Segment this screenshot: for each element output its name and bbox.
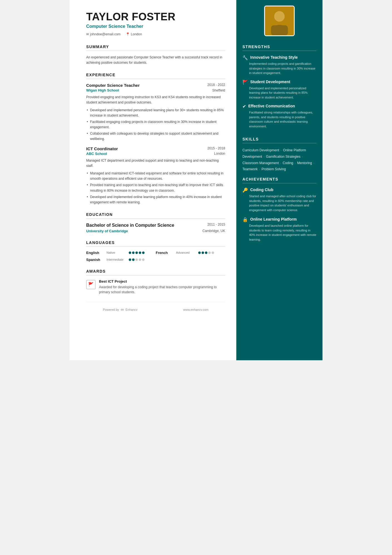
skill-8: Problem Solving	[262, 167, 286, 171]
summary-text: An experienced and passionate Computer S…	[86, 55, 225, 65]
location-contact: 📍 London	[126, 32, 142, 36]
skill-6: Mentoring	[297, 161, 312, 165]
enhancv-logo-icon: ∞	[121, 307, 124, 312]
achievement-2-title: Online Learning Platform	[250, 217, 297, 222]
job-2-bullets: Managed and maintained ICT-related equip…	[86, 171, 225, 205]
dot	[142, 251, 145, 254]
achievement-1-desc: Started and managed after-school coding …	[242, 194, 316, 212]
skill-dot: ·	[258, 167, 261, 171]
dot	[132, 258, 135, 261]
footer-website: www.enhancv.com	[183, 308, 209, 311]
dot	[135, 258, 138, 261]
job-1-bullet-2: Facilitated engaging coding projects in …	[86, 119, 225, 130]
job-2-bullet-2: Provided training and support to teachin…	[86, 182, 225, 193]
strengths-divider	[242, 51, 316, 51]
job-1-sub: Wigan High School Sheffield	[86, 88, 225, 92]
strength-3-icon: ✔	[242, 104, 246, 109]
job-2-company: ABC School	[86, 152, 107, 156]
resume-container: TAYLOR FOSTER Computer Science Teacher ✉…	[70, 0, 322, 360]
email-icon: ✉	[86, 32, 89, 36]
job-2-desc: Managed ICT department and provided supp…	[86, 158, 225, 169]
education-divider	[86, 218, 225, 219]
lang-spanish-dots	[129, 258, 145, 261]
enhancv-brand: Enhancv	[126, 308, 138, 311]
powered-by-label: Powered by	[103, 308, 119, 311]
header-section: TAYLOR FOSTER Computer Science Teacher ✉…	[86, 11, 225, 36]
lang-french-dots	[198, 251, 214, 254]
edu-1: Bachelor of Science in Computer Science …	[86, 223, 225, 233]
strength-2-desc: Developed and implemented personalized l…	[242, 86, 316, 100]
strength-1: 🔧 Innovative Teaching Style Implemented …	[242, 55, 316, 75]
skill-dot: ·	[279, 161, 282, 165]
lang-french-level: Advanced	[176, 251, 196, 254]
svg-rect-3	[271, 25, 288, 35]
skill-dot: ·	[294, 161, 297, 165]
job-1-title: Computer Science Teacher	[86, 83, 140, 88]
skill-dot: ·	[263, 155, 266, 159]
award-1-title: Best ICT Project	[99, 279, 225, 283]
edu-1-dates: 2011 - 2015	[207, 223, 225, 226]
dot	[135, 251, 138, 254]
achievements-title: ACHIEVEMENTS	[242, 177, 316, 181]
photo-placeholder	[265, 6, 294, 35]
dot	[198, 251, 201, 254]
job-1-company: Wigan High School	[86, 88, 119, 92]
person-silhouette	[265, 6, 294, 36]
job-2-sub: ABC School London	[86, 152, 225, 156]
achievements-section: ACHIEVEMENTS 🔑 Coding Club Started and m…	[236, 177, 322, 251]
skill-5: Coding	[283, 161, 293, 165]
photo-area	[236, 0, 322, 42]
job-2-location: London	[214, 152, 225, 156]
lang-english-dots	[129, 251, 145, 254]
edu-1-sub: University of Cambridge Cambridge, UK	[86, 229, 225, 233]
strengths-section: STRENGTHS 🔧 Innovative Teaching Style Im…	[236, 45, 322, 137]
job-1: Computer Science Teacher 2018 - 2022 Wig…	[86, 83, 225, 142]
candidate-title: Computer Science Teacher	[86, 24, 225, 29]
dot	[205, 251, 207, 254]
job-2-bullet-1: Managed and maintained ICT-related equip…	[86, 171, 225, 181]
job-2-dates: 2015 - 2018	[207, 146, 225, 150]
dot	[142, 258, 145, 261]
strengths-title: STRENGTHS	[242, 45, 316, 49]
languages-grid: English Native French Advanced	[86, 251, 225, 262]
lang-spanish: Spanish Intermediate	[86, 258, 156, 262]
right-column: STRENGTHS 🔧 Innovative Teaching Style Im…	[236, 0, 322, 360]
achievement-2: 🔒 Online Learning Platform Developed and…	[242, 217, 316, 242]
awards-section: AWARDS 🚩 Best ICT Project Awarded for de…	[86, 269, 225, 295]
achievement-1-icon: 🔑	[242, 188, 248, 193]
strength-2-row: 🚩 Student Development	[242, 79, 316, 85]
skill-3: Gamification Strategies	[266, 155, 301, 159]
dot	[208, 251, 211, 254]
lang-spanish-level: Intermediate	[106, 258, 126, 261]
experience-title: EXPERIENCE	[86, 73, 225, 77]
email-value: johndoe@email.com	[90, 32, 121, 36]
award-1-desc: Awarded for developing a coding project …	[99, 285, 225, 295]
education-section: EDUCATION Bachelor of Science in Compute…	[86, 212, 225, 233]
experience-section: EXPERIENCE Computer Science Teacher 2018…	[86, 73, 225, 205]
lang-english: English Native	[86, 251, 156, 255]
left-column: TAYLOR FOSTER Computer Science Teacher ✉…	[70, 0, 236, 360]
dot	[139, 251, 141, 254]
dot	[139, 258, 141, 261]
skill-1: Curriculum Development	[242, 148, 279, 152]
strength-2: 🚩 Student Development Developed and impl…	[242, 79, 316, 100]
award-icon: 🚩	[86, 280, 96, 289]
summary-title: SUMMARY	[86, 45, 225, 49]
strength-3-desc: Facilitated strong relationships with co…	[242, 110, 316, 129]
job-1-location: Sheffield	[212, 88, 225, 92]
edu-1-school: University of Cambridge	[86, 229, 128, 233]
strength-1-title: Innovative Teaching Style	[250, 55, 298, 60]
lang-french-name: French	[156, 251, 174, 255]
skill-dot: ·	[312, 161, 314, 165]
job-1-header: Computer Science Teacher 2018 - 2022	[86, 83, 225, 88]
skill-7: Teamwork	[242, 167, 258, 171]
candidate-photo	[264, 6, 295, 36]
email-contact: ✉ johndoe@email.com	[86, 32, 121, 36]
strength-1-desc: Implemented coding projects and gamifica…	[242, 61, 316, 75]
svg-point-1	[274, 11, 285, 22]
job-1-bullet-3: Collaborated with colleagues to develop …	[86, 131, 225, 142]
skills-section: SKILLS Curriculum Development · Online P…	[236, 137, 322, 177]
candidate-name: TAYLOR FOSTER	[86, 11, 225, 23]
lang-french: French Advanced	[156, 251, 225, 255]
achievement-1-row: 🔑 Coding Club	[242, 187, 316, 193]
